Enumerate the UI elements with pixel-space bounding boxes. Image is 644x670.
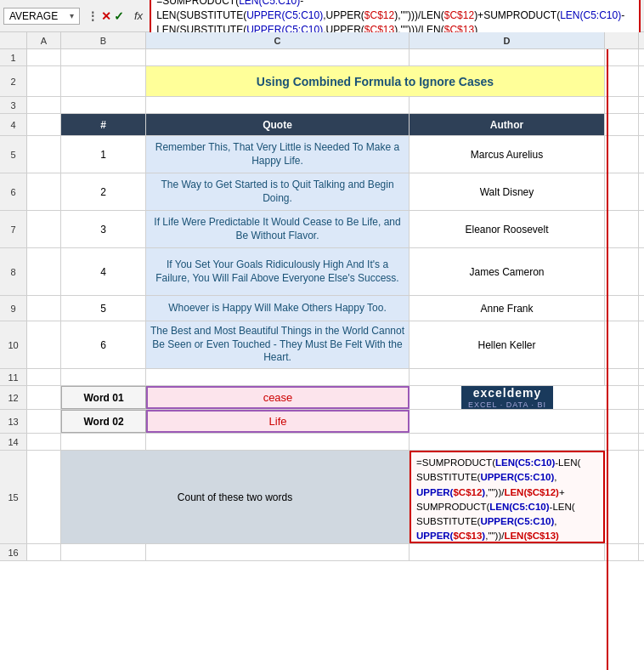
exceldemy-logo: exceldemy EXCEL · DATA · BI	[461, 386, 553, 409]
cell-c6[interactable]: The Way to Get Started is to Quit Talkin…	[146, 173, 410, 210]
header-quote[interactable]: Quote	[146, 114, 410, 135]
row-12: 12 Word 01 cease exceldemy EXCEL · DATA …	[0, 386, 644, 410]
word01-value: cease	[263, 391, 293, 404]
spreadsheet-title: Using Combined Formula to Ignore Cases	[257, 75, 494, 88]
cell-b1[interactable]	[61, 49, 146, 65]
word02-label: Word 02	[83, 416, 123, 428]
right-red-line	[607, 49, 608, 670]
row-2: 2 Using Combined Formula to Ignore Cases	[0, 66, 644, 97]
row-7: 7 3 If Life Were Predictable It Would Ce…	[0, 211, 644, 248]
cell-d8[interactable]: James Cameron	[410, 248, 605, 295]
header-quote-label: Quote	[263, 119, 292, 131]
cell-d7-eleanor[interactable]: Eleanor Roosevelt	[410, 211, 605, 247]
col-header-c[interactable]: C	[146, 32, 410, 48]
col-header-d[interactable]: D	[410, 32, 605, 48]
cell-c5[interactable]: Remember This, That Very Little is Neede…	[146, 136, 410, 173]
cell-a2[interactable]	[27, 66, 61, 96]
row-8: 8 4 If You Set Your Goals Ridiculously H…	[0, 248, 644, 296]
cell-d6[interactable]: Walt Disney	[410, 173, 605, 210]
cell-b5[interactable]: 1	[61, 136, 146, 173]
row-10: 10 6 The Best and Most Beautiful Things …	[0, 321, 644, 369]
formula-bar: AVERAGE ▾ ⋮ ✕ ✓ fx =SUMPRODUCT(LEN(C5:C1…	[0, 0, 644, 32]
cell-b6[interactable]: 2	[61, 173, 146, 210]
cell-c10[interactable]: The Best and Most Beautiful Things in th…	[146, 321, 410, 368]
col-header-a[interactable]: A	[27, 32, 61, 48]
cell-b7[interactable]: 3	[61, 211, 146, 247]
cell-c13-word02-value[interactable]: Life	[146, 410, 410, 433]
cell-d1[interactable]	[410, 49, 605, 65]
header-num-label: #	[100, 119, 106, 131]
row-1: 1	[0, 49, 644, 66]
row-16: 16	[0, 544, 644, 561]
row-15: 15 Count of these two words =SUMPRODUCT(…	[0, 451, 644, 544]
cell-c1[interactable]	[146, 49, 410, 65]
cell-b2[interactable]	[61, 66, 146, 96]
row-5: 5 1 Remember This, That Very Little is N…	[0, 136, 644, 173]
row-14: 14	[0, 434, 644, 451]
cell-e2[interactable]	[605, 66, 639, 96]
fx-label: fx	[131, 9, 146, 22]
spreadsheet: A B C D 1 2 Using Combined Form	[0, 32, 644, 670]
name-box-arrow-icon[interactable]: ▾	[70, 11, 74, 20]
cell-bc15-count[interactable]: Count of these two words	[61, 451, 410, 543]
row-6: 6 2 The Way to Get Started is to Quit Ta…	[0, 173, 644, 211]
header-num[interactable]: #	[61, 114, 146, 135]
name-box[interactable]: AVERAGE ▾	[3, 8, 80, 25]
col-header-e[interactable]	[605, 32, 639, 48]
count-label: Count of these two words	[178, 491, 292, 503]
cell-b10[interactable]: 6	[61, 321, 146, 368]
row-num-header	[0, 32, 27, 48]
row-13: 13 Word 02 Life	[0, 410, 644, 434]
cell-b8[interactable]: 4	[61, 248, 146, 295]
more-icon[interactable]: ⋮	[87, 9, 99, 23]
col-header-row: A B C D	[0, 32, 644, 49]
cell-b13-word02[interactable]: Word 02	[61, 410, 146, 433]
logo-tagline: EXCEL · DATA · BI	[468, 400, 546, 409]
cell-d12-logo: exceldemy EXCEL · DATA · BI	[410, 386, 605, 409]
confirm-icon[interactable]: ✓	[114, 9, 124, 23]
row-9: 9 5 Whoever is Happy Will Make Others Ha…	[0, 296, 644, 321]
cell-e1[interactable]	[605, 49, 639, 65]
cell-c9[interactable]: Whoever is Happy Will Make Others Happy …	[146, 296, 410, 321]
cell-b9[interactable]: 5	[61, 296, 146, 321]
cancel-icon[interactable]: ✕	[101, 9, 111, 23]
sheet-body: 1 2 Using Combined Formula to Ignore Cas…	[0, 49, 644, 561]
cell-d10[interactable]: Hellen Keller	[410, 321, 605, 368]
cell-d9[interactable]: Anne Frank	[410, 296, 605, 321]
formula-icons: ⋮ ✕ ✓	[83, 9, 127, 23]
cell-d5[interactable]: Marcus Aurelius	[410, 136, 605, 173]
logo-name: exceldemy	[468, 386, 546, 400]
cell-d15-formula[interactable]: =SUMPRODUCT(LEN(C5:C10)-LEN(SUBSTITUTE(U…	[410, 451, 605, 543]
name-box-value: AVERAGE	[9, 10, 58, 22]
cell-c7[interactable]: If Life Were Predictable It Would Cease …	[146, 211, 410, 247]
header-author-label: Author	[490, 119, 523, 131]
cell-c2-title[interactable]: Using Combined Formula to Ignore Cases	[146, 66, 605, 96]
cell-b12-word01[interactable]: Word 01	[61, 386, 146, 409]
cell-c12-word01-value[interactable]: cease	[146, 386, 410, 409]
row-4: 4 # Quote Author	[0, 114, 644, 136]
col-header-b[interactable]: B	[61, 32, 146, 48]
cell-a1[interactable]	[27, 49, 61, 65]
formula-display-text: =SUMPRODUCT(LEN(C5:C10)-LEN(SUBSTITUTE(U…	[416, 456, 580, 543]
word02-value: Life	[269, 415, 287, 428]
word01-label: Word 01	[83, 392, 123, 404]
row-3: 3	[0, 97, 644, 114]
cell-c8[interactable]: If You Set Your Goals Ridiculously High …	[146, 248, 410, 295]
row-11: 11	[0, 369, 644, 386]
header-author[interactable]: Author	[410, 114, 605, 135]
